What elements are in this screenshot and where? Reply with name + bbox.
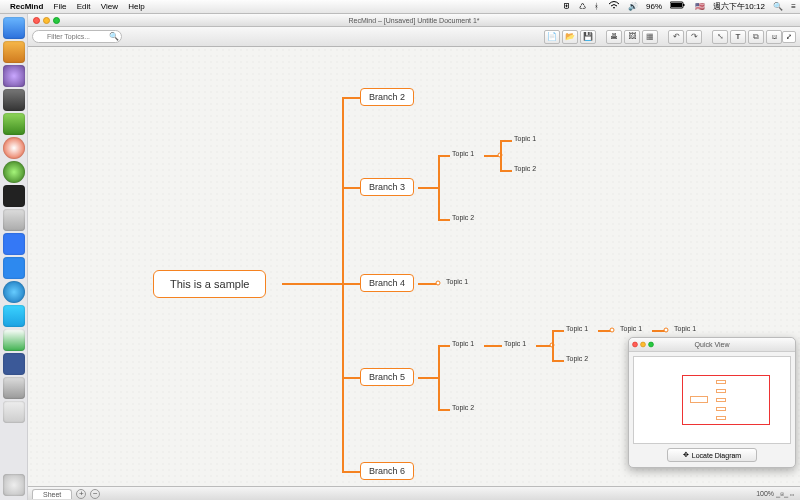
mindmap-canvas[interactable]: This is a sample Branch 2 Branch 3 Topic… [28, 47, 800, 486]
quickview-title: Quick View [629, 341, 795, 348]
document-window: RecMind – [Unsaved] Untitle Document 1* … [28, 14, 800, 500]
spotlight-icon[interactable]: 🔍 [773, 2, 783, 11]
battery-icon[interactable] [670, 1, 686, 9]
locate-icon: ✥ [683, 451, 689, 459]
topic-label[interactable]: Topic 2 [452, 404, 474, 411]
wifi-icon[interactable] [608, 1, 620, 9]
dock-app-icon[interactable] [3, 353, 25, 375]
input-flag-icon[interactable]: 🇺🇸 [695, 2, 705, 11]
toolbar: 🔍 📄 📂 💾 🖶 🖼 ▦ ↶ ↷ ⤡ T ⧉ ⧇ ⤢ [28, 27, 800, 47]
zoom-slider-icon[interactable]: ⎯◉⎯ [776, 490, 790, 497]
export-image-button[interactable]: 🖼 [624, 30, 640, 44]
open-button[interactable]: 📂 [562, 30, 578, 44]
branch-node[interactable]: Branch 2 [360, 88, 414, 106]
menu-app[interactable]: RecMind [10, 2, 43, 11]
branch-node[interactable]: Branch 5 [360, 368, 414, 386]
dock-app-icon[interactable] [3, 113, 25, 135]
dock-app-icon[interactable] [3, 65, 25, 87]
clock[interactable]: 週六下午10:12 [713, 1, 765, 12]
app-menu: RecMind File Edit View Help [10, 2, 153, 11]
menubar-status: ⛨ ♺ ᚼ 🔊 96% 🇺🇸 週六下午10:12 🔍 ≡ [557, 1, 796, 12]
menu-help[interactable]: Help [128, 2, 144, 11]
sheet-tab[interactable]: Sheet [32, 489, 72, 499]
menu-file[interactable]: File [54, 2, 67, 11]
dock-app-icon[interactable] [3, 209, 25, 231]
dock-app-icon[interactable] [3, 257, 25, 279]
sync-icon[interactable]: ♺ [579, 2, 586, 11]
volume-icon[interactable]: 🔊 [628, 2, 638, 11]
layout-button[interactable]: ⧉ [748, 30, 764, 44]
collapse-button[interactable]: ⤡ [712, 30, 728, 44]
menubar: RecMind File Edit View Help ⛨ ♺ ᚼ 🔊 96% … [0, 0, 800, 14]
dock-app-icon[interactable] [3, 233, 25, 255]
svg-rect-2 [671, 3, 682, 7]
save-button[interactable]: 💾 [580, 30, 596, 44]
export-button[interactable]: ▦ [642, 30, 658, 44]
topic-label[interactable]: Topic 1 [620, 325, 642, 332]
dock-app-icon[interactable] [3, 89, 25, 111]
shield-icon[interactable]: ⛨ [563, 2, 571, 11]
new-button[interactable]: 📄 [544, 30, 560, 44]
topic-label[interactable]: Topic 1 [504, 340, 526, 347]
text-button[interactable]: T [730, 30, 746, 44]
quickview-panel: Quick View ✥ Locate Diagram [628, 337, 796, 468]
topic-label[interactable]: Topic 2 [514, 165, 536, 172]
dock-app-icon[interactable] [3, 305, 25, 327]
dock [0, 14, 28, 500]
branch-node[interactable]: Branch 3 [360, 178, 414, 196]
dock-app-icon[interactable] [3, 17, 25, 39]
undo-button[interactable]: ↶ [668, 30, 684, 44]
topic-label[interactable]: Topic 1 [566, 325, 588, 332]
window-title: RecMind – [Unsaved] Untitle Document 1* [28, 17, 800, 24]
layout2-button[interactable]: ⧇ [766, 30, 782, 44]
battery-percent: 96% [646, 2, 662, 11]
dock-app-icon[interactable] [3, 41, 25, 63]
branch-node[interactable]: Branch 6 [360, 462, 414, 480]
dock-app-icon[interactable] [3, 329, 25, 351]
bluetooth-icon[interactable]: ᚼ [594, 2, 599, 11]
topic-label[interactable]: Topic 1 [674, 325, 696, 332]
root-node[interactable]: This is a sample [153, 270, 266, 298]
notification-center-icon[interactable]: ≡ [791, 2, 796, 11]
redo-button[interactable]: ↷ [686, 30, 702, 44]
topic-label[interactable]: Topic 1 [452, 340, 474, 347]
topic-label[interactable]: Topic 1 [452, 150, 474, 157]
locate-diagram-button[interactable]: ✥ Locate Diagram [667, 448, 757, 462]
dock-app-icon[interactable] [3, 185, 25, 207]
menu-view[interactable]: View [101, 2, 118, 11]
dock-app-icon[interactable] [3, 377, 25, 399]
dock-app-icon[interactable] [3, 161, 25, 183]
topic-label[interactable]: Topic 2 [566, 355, 588, 362]
topic-label[interactable]: Topic 2 [452, 214, 474, 221]
menu-edit[interactable]: Edit [77, 2, 91, 11]
quickview-minimap[interactable] [633, 356, 791, 444]
remove-sheet-button[interactable]: − [90, 489, 100, 499]
dock-app-icon[interactable] [3, 401, 25, 423]
zoom-level: 100% [756, 490, 774, 497]
footer: Sheet + − 100% ⎯◉⎯ ▭ [28, 486, 800, 500]
branch-node[interactable]: Branch 4 [360, 274, 414, 292]
svg-rect-1 [683, 4, 685, 6]
dock-app-icon[interactable] [3, 281, 25, 303]
trash-icon[interactable] [3, 474, 25, 496]
add-sheet-button[interactable]: + [76, 489, 86, 499]
topic-label[interactable]: Topic 1 [514, 135, 536, 142]
quickview-viewport[interactable] [682, 375, 770, 425]
fit-button[interactable]: ▭ [790, 490, 794, 497]
print-button[interactable]: 🖶 [606, 30, 622, 44]
search-icon: 🔍 [109, 32, 119, 41]
expand-button[interactable]: ⤢ [782, 31, 796, 43]
dock-app-icon[interactable] [3, 137, 25, 159]
titlebar: RecMind – [Unsaved] Untitle Document 1* [28, 14, 800, 27]
topic-label[interactable]: Topic 1 [446, 278, 468, 285]
